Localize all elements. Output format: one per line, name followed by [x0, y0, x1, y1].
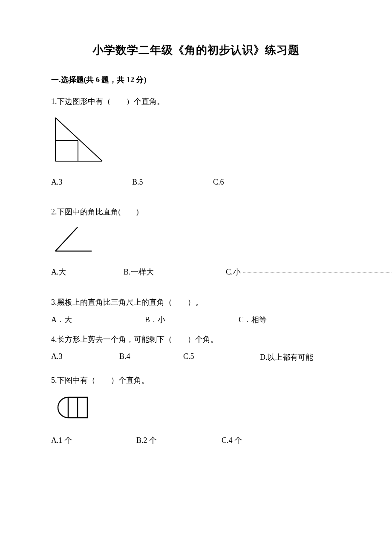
- q4-opt-b: B.4: [119, 352, 183, 362]
- q5-opt-b: B.2 个: [136, 435, 222, 445]
- q2-text: 2.下图中的角比直角( ): [51, 206, 341, 218]
- q2-opt-c: C.小: [226, 267, 243, 277]
- q3-text: 3.黑板上的直角比三角尺上的直角（ ）。: [51, 296, 341, 309]
- q5-options: A.1 个 B.2 个 C.4 个: [51, 435, 341, 445]
- svg-line-6: [55, 227, 78, 251]
- q4-opt-c: C.5: [183, 352, 260, 362]
- q3-opt-a: A．大: [51, 315, 145, 325]
- q1-text: 1.下边图形中有（ ）个直角。: [51, 95, 341, 108]
- q2-figure: [51, 225, 341, 256]
- q3-opt-c: C．相等: [239, 315, 267, 325]
- q1-opt-c: C.6: [213, 178, 224, 187]
- q4-options: A.3 B.4 C.5 D.以上都有可能: [51, 352, 341, 362]
- q2-options: A.大 B.一样大 C.小: [51, 267, 341, 277]
- q2-opt-a: A.大: [51, 267, 124, 277]
- q5-opt-c: C.4 个: [222, 435, 242, 445]
- q3-options: A．大 B．小 C．相等: [51, 315, 341, 325]
- q1-figure: [51, 114, 341, 167]
- section-1-header: 一.选择题(共 6 题，共 12 分): [51, 75, 341, 85]
- q1-options: A.3 B.5 C.6: [51, 178, 341, 187]
- q1-opt-b: B.5: [132, 178, 213, 187]
- q5-opt-a: A.1 个: [51, 435, 136, 445]
- q3-opt-b: B．小: [145, 315, 239, 325]
- q4-text: 4.长方形上剪去一个角，可能剩下（ ）个角。: [51, 333, 341, 346]
- q4-opt-a: A.3: [51, 352, 119, 362]
- q5-figure: [51, 393, 341, 425]
- svg-line-2: [55, 118, 102, 161]
- q4-opt-d: D.以上都有可能: [260, 352, 314, 362]
- q1-opt-a: A.3: [51, 178, 132, 187]
- page-title: 小学数学二年级《角的初步认识》练习题: [51, 43, 341, 58]
- q2-opt-b: B.一样大: [124, 267, 226, 277]
- q5-text: 5.下图中有（ ）个直角。: [51, 374, 341, 387]
